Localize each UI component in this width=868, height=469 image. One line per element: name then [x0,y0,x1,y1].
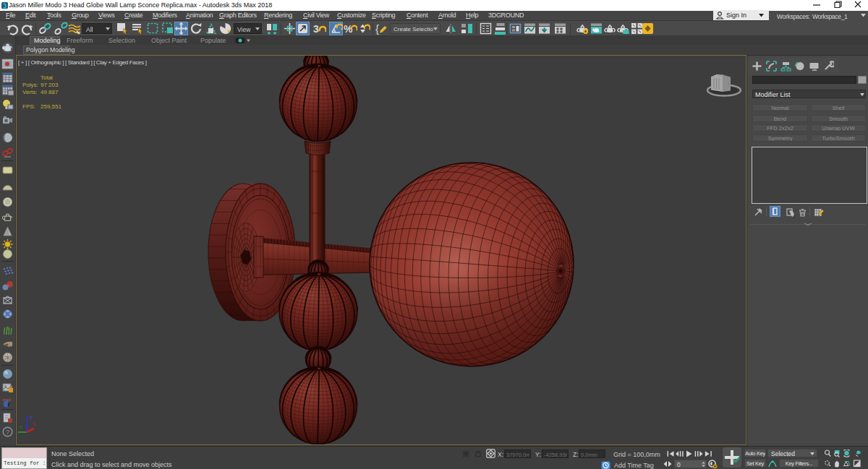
svg-text:HF: HF [4,343,9,348]
svg-text:OBJ: OBJ [4,356,11,360]
svg-text:X: X [33,422,35,426]
svg-text:3: 3 [313,23,319,35]
svg-text:Z: Z [30,416,33,420]
svg-text:{: { [375,22,379,35]
svg-text:Y: Y [20,425,22,429]
svg-text:?: ? [6,429,9,436]
